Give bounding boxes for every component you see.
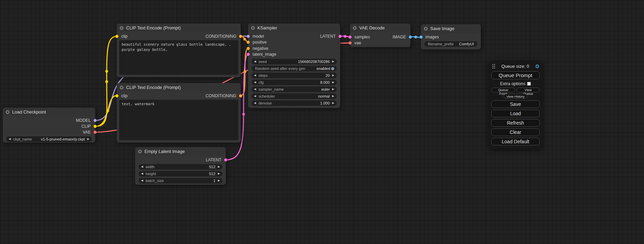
input-slot-vae[interactable] [349, 41, 352, 44]
collapse-dot-icon[interactable] [251, 26, 255, 30]
node-load-checkpoint[interactable]: Load Checkpoint MODEL CLIP VAE ◀ ckpt_na… [3, 108, 95, 143]
widget-label: filename_prefix [428, 42, 459, 46]
increment-arrow-icon[interactable]: ▶ [332, 88, 334, 91]
wire-dot [105, 80, 108, 83]
widget-height[interactable]: ◀ height 512 ▶ [139, 171, 222, 177]
increment-arrow-icon[interactable]: ▶ [218, 172, 220, 175]
output-slot-latent[interactable] [224, 158, 227, 161]
decrement-arrow-icon[interactable]: ◀ [141, 172, 143, 175]
node-title-bar[interactable]: CLIP Text Encode (Prompt) [117, 24, 241, 32]
input-slot-clip[interactable] [115, 35, 118, 38]
widget-value: normal [318, 94, 330, 98]
node-empty-latent-image[interactable]: Empty Latent Image LATENT ◀ width 512 ▶ … [135, 147, 226, 185]
node-title-bar[interactable]: Empty Latent Image [135, 147, 226, 156]
output-slot-conditioning[interactable] [239, 94, 242, 97]
collapse-dot-icon[interactable] [120, 86, 123, 89]
toggle-knob-icon[interactable] [331, 67, 334, 70]
decrement-arrow-icon[interactable]: ◀ [254, 102, 256, 105]
prompt-textarea[interactable]: beautiful scenery nature glass bottle la… [119, 40, 238, 75]
decrement-arrow-icon[interactable]: ◀ [254, 81, 256, 84]
input-slot-images[interactable] [420, 35, 423, 38]
clear-button[interactable]: Clear [491, 128, 540, 136]
widget-filename-prefix[interactable]: filename_prefix ComfyUI [424, 41, 477, 47]
increment-arrow-icon[interactable]: ▶ [332, 74, 334, 77]
input-slot-model[interactable] [247, 35, 250, 38]
increment-arrow-icon[interactable]: ▶ [87, 138, 89, 141]
input-slot-latent-image[interactable] [247, 53, 250, 56]
node-title-bar[interactable]: Load Checkpoint [3, 108, 95, 116]
widget-cfg[interactable]: ◀ cfg 8.000 ▶ [252, 80, 337, 85]
queue-prompt-button[interactable]: Queue Prompt [491, 71, 540, 79]
load-button[interactable]: Load [491, 110, 540, 117]
widget-value: enabled [317, 66, 330, 71]
input-slot-samples[interactable] [349, 35, 352, 38]
widget-sampler-name[interactable]: ◀ sampler_name euler ▶ [252, 87, 337, 92]
node-clip-text-encode-negative[interactable]: CLIP Text Encode (Prompt) clip CONDITION… [117, 83, 241, 143]
node-save-image[interactable]: Save Image images filename_prefix ComfyU… [421, 24, 481, 49]
decrement-arrow-icon[interactable]: ◀ [141, 179, 143, 182]
drag-handle-icon[interactable] [492, 64, 495, 69]
output-slot-latent[interactable] [338, 35, 342, 38]
node-graph-canvas[interactable]: Load Checkpoint MODEL CLIP VAE ◀ ckpt_na… [0, 0, 644, 244]
prompt-textarea[interactable]: text, watermark [119, 100, 238, 140]
decrement-arrow-icon[interactable]: ◀ [254, 95, 256, 98]
node-vae-decode[interactable]: VAE Decode samples IMAGE vae [350, 24, 411, 47]
decrement-arrow-icon[interactable]: ◀ [9, 138, 11, 141]
view-queue-button[interactable]: View Queue [517, 88, 540, 92]
widget-batch-size[interactable]: ◀ batch_size 1 ▶ [139, 178, 222, 183]
slot-row: clip CONDITIONING [117, 93, 241, 99]
view-history-button[interactable]: View History [504, 94, 528, 99]
refresh-button[interactable]: Refresh [491, 119, 540, 127]
widget-scheduler[interactable]: ◀ scheduler normal ▶ [252, 93, 337, 99]
wire-dot [344, 35, 346, 38]
node-title-bar[interactable]: Save Image [421, 24, 481, 33]
widget-label: cfg [258, 80, 320, 84]
decrement-arrow-icon[interactable]: ◀ [254, 74, 256, 77]
input-label-samples: samples [354, 35, 370, 39]
widget-label: denoise [258, 101, 320, 105]
increment-arrow-icon[interactable]: ▶ [332, 95, 334, 98]
decrement-arrow-icon[interactable]: ◀ [141, 165, 143, 168]
widget-seed[interactable]: ◀ seed 156680208700286 ▶ [252, 59, 337, 64]
output-slot-clip[interactable] [94, 125, 97, 128]
decrement-arrow-icon[interactable]: ◀ [254, 88, 256, 91]
increment-arrow-icon[interactable]: ▶ [218, 179, 220, 182]
load-default-button[interactable]: Load Default [491, 138, 540, 145]
save-button[interactable]: Save [491, 100, 540, 108]
widget-value: 1 [213, 179, 215, 183]
increment-arrow-icon[interactable]: ▶ [332, 102, 334, 105]
node-title-bar[interactable]: CLIP Text Encode (Prompt) [117, 83, 241, 92]
output-slot-image[interactable] [409, 35, 412, 38]
output-slot-vae[interactable] [94, 130, 97, 134]
extra-options-checkbox[interactable] [527, 82, 531, 85]
settings-gear-icon[interactable]: ⚙ [535, 64, 540, 69]
node-clip-text-encode-positive[interactable]: CLIP Text Encode (Prompt) clip CONDITION… [117, 24, 241, 77]
widget-width[interactable]: ◀ width 512 ▶ [139, 164, 222, 170]
widget-steps[interactable]: ◀ steps 20 ▶ [252, 73, 337, 78]
wire-dot [243, 38, 246, 40]
node-title: VAE Decode [359, 25, 385, 30]
queue-front-button[interactable]: Queue Front [491, 88, 515, 92]
widget-ckpt-name[interactable]: ◀ ckpt_name v1-5-pruned-emaonly.ckpt ▶ [6, 136, 92, 142]
node-title-bar[interactable]: KSampler [248, 24, 340, 32]
collapse-dot-icon[interactable] [138, 150, 142, 153]
decrement-arrow-icon[interactable]: ◀ [254, 60, 256, 63]
node-title-bar[interactable]: VAE Decode [350, 24, 411, 32]
increment-arrow-icon[interactable]: ▶ [332, 81, 334, 84]
widget-random-seed-toggle[interactable]: Random seed after every gen enabled [252, 66, 337, 71]
output-slot-model[interactable] [94, 119, 97, 122]
output-slot-conditioning[interactable] [239, 35, 242, 38]
node-ksampler[interactable]: KSampler model LATENT positive negative … [248, 24, 340, 108]
input-slot-positive[interactable] [247, 41, 250, 44]
collapse-dot-icon[interactable] [353, 26, 356, 30]
collapse-dot-icon[interactable] [120, 26, 123, 30]
collapse-dot-icon[interactable] [6, 110, 9, 114]
increment-arrow-icon[interactable]: ▶ [332, 60, 334, 63]
collapse-dot-icon[interactable] [424, 27, 427, 30]
input-slot-negative[interactable] [247, 47, 250, 50]
input-slot-clip[interactable] [115, 94, 118, 97]
input-label-positive: positive [253, 40, 267, 45]
widget-denoise[interactable]: ◀ denoise 1.000 ▶ [252, 100, 337, 106]
input-label-clip: clip [121, 93, 127, 98]
increment-arrow-icon[interactable]: ▶ [218, 165, 220, 168]
